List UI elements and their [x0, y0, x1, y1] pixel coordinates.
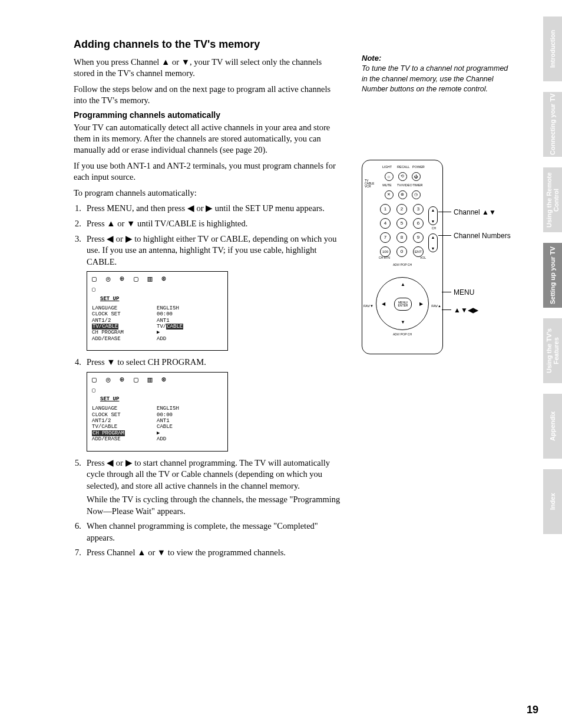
osd-icon-row: ▢ ◎ ⊕ ▢ ▥ ⊛ — [92, 275, 223, 284]
timer-button: ◷ — [412, 190, 421, 199]
osd-icon-row: ▢ ◎ ⊕ ▢ ▥ ⊛ — [92, 376, 223, 385]
remote-illustration: TVCABLEVCR LIGHT RECALL POWER ☼ ⟲ ⏻ MUTE… — [362, 160, 515, 354]
num-8: 8 — [396, 232, 407, 243]
tab-appendix: Appendix — [543, 394, 562, 459]
num-4: 4 — [380, 218, 391, 229]
channel-rocker: ▲▼ — [428, 206, 438, 225]
para-2: If you use both ANT-1 and ANT-2 terminal… — [74, 160, 344, 183]
tab-connecting: Connecting your TV — [543, 92, 562, 157]
num-5: 5 — [396, 218, 407, 229]
num-3: 3 — [413, 204, 424, 215]
page-title: Adding channels to the TV's memory — [74, 38, 344, 51]
callout-channel: Channel ▲▼ — [454, 208, 496, 216]
para-3: To program channels automatically: — [74, 187, 344, 199]
power-button: ⏻ — [412, 172, 421, 181]
callout-menu: MENU — [454, 288, 474, 297]
step-5-sub: While the TV is cycling through the chan… — [87, 494, 344, 517]
num-9: 9 — [413, 232, 424, 243]
step-5: Press ◀ or ▶ to start channel programmin… — [87, 457, 344, 518]
para-1: Your TV can automatically detect all act… — [74, 122, 344, 156]
num-7: 7 — [380, 232, 391, 243]
num-2: 2 — [396, 204, 407, 215]
step-1: Press MENU, and then press ◀ or ▶ until … — [87, 203, 344, 215]
menu-enter-button: MENU/ ENTER — [394, 298, 412, 311]
osd-title: SET UP — [100, 296, 223, 302]
num-1: 1 — [380, 204, 391, 215]
vol-rocker: ▲▼ — [428, 233, 438, 252]
tv-cable-vcr-label: TVCABLEVCR — [365, 179, 374, 188]
tab-setting-up: Setting up your TV — [543, 243, 562, 308]
side-tabs: Introduction Connecting your TV Using th… — [543, 17, 562, 534]
sub-heading: Programming channels automatically — [74, 110, 344, 120]
note-heading: Note: — [362, 54, 515, 62]
osd-screenshot-2: ▢ ◎ ⊕ ▢ ▥ ⊛ ▢ SET UP LANGUAGEENGLISH CLO… — [87, 372, 228, 452]
step-2: Press ▲ or ▼ until TV/CABLE is highlight… — [87, 218, 344, 230]
tab-remote: Using the Remote Control — [543, 167, 562, 232]
num-6: 6 — [413, 218, 424, 229]
callout-numbers: Channel Numbers — [454, 232, 511, 240]
recall-button: ⟲ — [398, 172, 407, 181]
step-7: Press Channel ▲ or ▼ to view the program… — [87, 547, 344, 559]
osd-screenshot-1: ▢ ◎ ⊕ ▢ ▥ ⊛ ▢ SET UP LANGUAGEENGLISH CLO… — [87, 271, 228, 351]
tab-features: Using the TV's Features — [543, 318, 562, 383]
callout-arrows: ▲▼◀▶ — [454, 306, 478, 314]
mute-button: ✕ — [385, 190, 394, 199]
num-0: 0 — [396, 246, 407, 257]
step-3: Press ◀ or ▶ to highlight either TV or C… — [87, 233, 344, 268]
dpad: MENU/ ENTER ▲ ▼ ◀ ▶ — [376, 277, 429, 330]
tvvideo-button: ⊕ — [398, 190, 407, 199]
page-number: 19 — [527, 704, 538, 716]
step-4: Press ▼ to select CH PROGRAM. — [87, 357, 344, 368]
step-6: When channel programming is complete, th… — [87, 521, 344, 543]
light-button: ☼ — [385, 172, 394, 181]
tab-introduction: Introduction — [543, 17, 562, 81]
tab-index: Index — [543, 469, 562, 534]
osd-title: SET UP — [100, 396, 223, 402]
intro-2: Follow the steps below and on the next p… — [74, 84, 344, 106]
note-body: To tune the TV to a channel not programm… — [362, 64, 515, 95]
intro-1: When you press Channel ▲ or ▼, your TV w… — [74, 57, 344, 79]
